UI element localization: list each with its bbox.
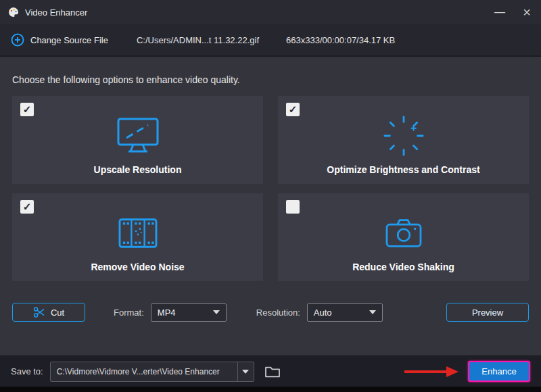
change-source-file-button[interactable]: Change Source File (11, 33, 108, 47)
browse-folder-button[interactable] (261, 362, 284, 382)
main-area: Choose the following options to enhance … (0, 57, 541, 356)
change-source-label: Change Source File (30, 35, 108, 45)
app-palette-icon (8, 7, 19, 18)
monitor-upscale-icon (116, 114, 160, 157)
add-circle-icon (11, 33, 24, 47)
enhance-button[interactable]: Enhance (468, 361, 530, 382)
scissors-icon (33, 306, 45, 318)
save-path-value: C:\Vidmore\Vidmore V...erter\Video Enhan… (51, 367, 237, 376)
option-card-reduce-shaking[interactable]: Reduce Video Shaking (278, 193, 529, 281)
close-button[interactable]: × (521, 5, 533, 19)
source-file-path: C:/Users/ADMIN...t 11.32.22.gif (137, 35, 259, 45)
background-window-strip (0, 387, 541, 392)
cut-label: Cut (51, 308, 64, 318)
resolution-label: Resolution: (256, 308, 300, 318)
enhance-label: Enhance (481, 366, 516, 376)
chevron-down-icon (213, 310, 220, 314)
option-label: Remove Video Noise (91, 262, 184, 272)
source-file-info: 663x333/00:00:07/34.17 KB (286, 35, 395, 45)
folder-icon (264, 365, 281, 378)
brightness-contrast-icon (383, 114, 424, 157)
annotation-arrow-icon (403, 366, 460, 378)
instruction-text: Choose the following options to enhance … (12, 74, 529, 85)
option-cards: Upscale Resolution Optimize Brightness a… (12, 96, 529, 281)
window-title: Video Enhancer (25, 7, 87, 18)
save-path-dropdown-button[interactable] (237, 362, 254, 381)
option-card-optimize-brightness[interactable]: Optimize Brightness and Contrast (278, 96, 529, 184)
option-card-upscale-resolution[interactable]: Upscale Resolution (12, 96, 263, 184)
remove-noise-checkbox[interactable] (20, 200, 34, 214)
optimize-brightness-checkbox[interactable] (286, 103, 300, 116)
save-path-field[interactable]: C:\Vidmore\Vidmore V...erter\Video Enhan… (50, 362, 254, 382)
format-value: MP4 (158, 308, 176, 318)
option-card-remove-noise[interactable]: Remove Video Noise (12, 193, 263, 281)
option-label: Optimize Brightness and Contrast (327, 164, 479, 175)
format-label: Format: (114, 308, 144, 318)
camera-shake-icon (383, 212, 424, 255)
upscale-resolution-checkbox[interactable] (20, 103, 34, 116)
source-bar: Change Source File C:/Users/ADMIN...t 11… (0, 24, 541, 57)
cut-button[interactable]: Cut (12, 303, 85, 322)
resolution-dropdown[interactable]: Auto (307, 303, 383, 322)
reduce-shaking-checkbox[interactable] (286, 200, 300, 214)
format-dropdown[interactable]: MP4 (151, 303, 227, 322)
preview-button[interactable]: Preview (446, 303, 529, 322)
footer-bar: Save to: C:\Vidmore\Vidmore V...erter\Vi… (0, 356, 541, 387)
video-enhancer-window: Video Enhancer — × Change Source File C:… (0, 0, 541, 392)
resolution-value: Auto (314, 308, 332, 318)
save-to-label: Save to: (11, 366, 43, 376)
title-bar: Video Enhancer — × (0, 0, 541, 24)
film-noise-icon (116, 212, 160, 255)
minimize-button[interactable]: — (494, 7, 506, 18)
chevron-down-icon (369, 310, 376, 314)
option-label: Reduce Video Shaking (352, 262, 454, 272)
chevron-down-icon (242, 370, 249, 374)
toolbar: Cut Format: MP4 Resolution: Auto Preview (12, 303, 529, 322)
preview-label: Preview (472, 308, 503, 318)
option-label: Upscale Resolution (94, 164, 182, 175)
